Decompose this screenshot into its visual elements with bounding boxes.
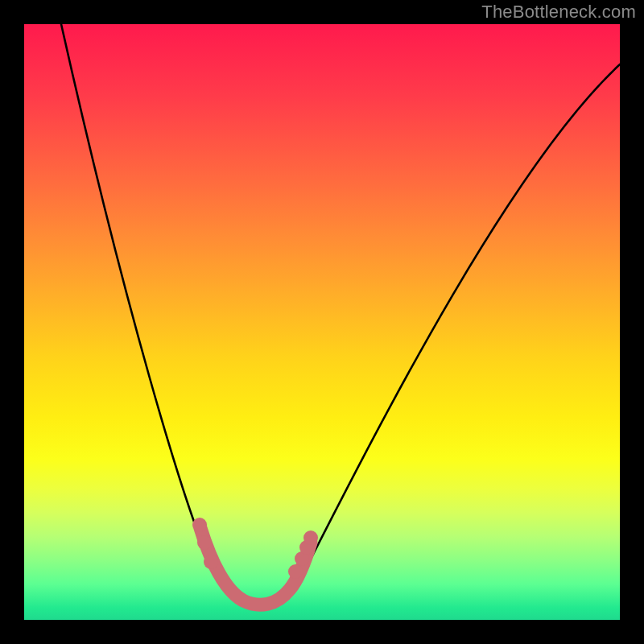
chart-frame: TheBottleneck.com	[0, 0, 644, 644]
plot-area	[24, 24, 620, 620]
curve-layer	[24, 24, 620, 620]
bottleneck-curve	[61, 24, 620, 606]
highlight-dot	[204, 555, 218, 569]
highlight-dot	[303, 530, 318, 545]
highlight-dot	[192, 518, 207, 532]
watermark-text: TheBottleneck.com	[481, 2, 636, 23]
highlight-dot	[288, 564, 303, 579]
highlight-dot	[197, 535, 212, 550]
